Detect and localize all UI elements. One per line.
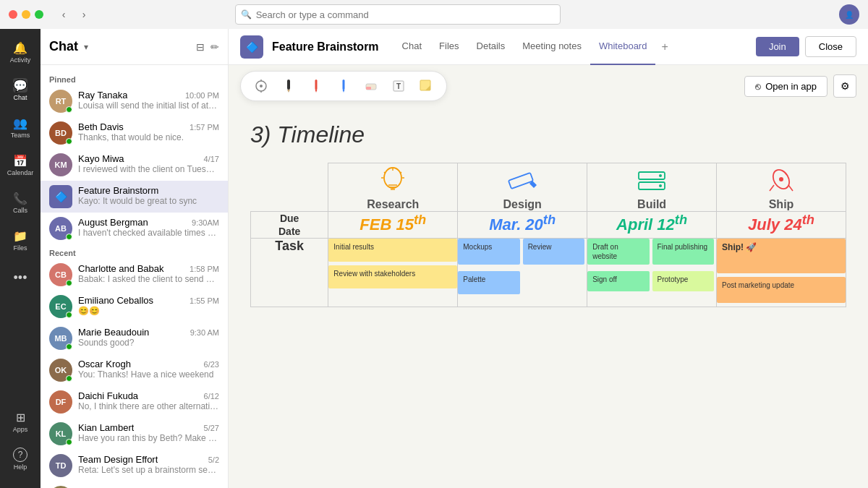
more-icon: ••• [13, 270, 27, 285]
list-item[interactable]: OK Oscar Krogh 6/23 You: Thanks! Have a … [41, 354, 228, 386]
close-button[interactable]: Close [805, 36, 856, 57]
close-window-button[interactable] [9, 10, 17, 19]
list-item[interactable]: EC Emiliano Ceballos 1:55 PM 😊😊 [41, 291, 228, 322]
contact-name: Beth Davis [78, 121, 124, 132]
sidebar-label-help: Help [14, 463, 27, 471]
list-item[interactable]: RT Ray Tanaka 10:00 PM Louisa will send … [41, 85, 228, 117]
list-item[interactable]: MB Marie Beaudouin 9:30 AM Sounds good? [41, 322, 228, 354]
sidebar-item-help[interactable]: ? Help [6, 442, 35, 476]
svg-marker-7 [315, 90, 318, 93]
user-avatar[interactable]: 👤 [839, 4, 859, 25]
list-item[interactable]: RV Reviewers 4/29 Darren: Thats fine wit… [41, 481, 228, 488]
new-chat-icon[interactable]: ✏ [210, 41, 219, 53]
contact-name: Charlotte and Babak [78, 263, 164, 274]
sidebar-item-teams[interactable]: 👥 Teams [6, 110, 35, 145]
open-in-app-label: Open in app [765, 81, 817, 92]
message-preview: Have you ran this by Beth? Make sure she… [78, 433, 219, 443]
sidebar-label-apps: Apps [13, 426, 28, 433]
channel-tabs: Chat Files Details Meeting notes Whitebo… [393, 29, 674, 65]
design-due-date: Mar. 20th [458, 212, 587, 239]
channel-icon: 🔷 [240, 35, 263, 59]
search-input[interactable] [235, 4, 561, 25]
pen-red-tool[interactable] [306, 76, 326, 96]
chat-item-content: Marie Beaudouin 9:30 AM Sounds good? [78, 327, 219, 348]
sidebar-bottom: ⊞ Apps ? Help [6, 404, 35, 482]
whiteboard-settings-button[interactable]: ⚙ [833, 74, 856, 98]
contact-name: Emiliano Ceballos [78, 295, 153, 306]
tab-meeting-notes[interactable]: Meeting notes [514, 29, 590, 65]
message-preview: Louisa will send the initial list of att… [78, 100, 219, 111]
list-item[interactable]: DF Daichi Fukuda 6/12 No, I think there … [41, 386, 228, 418]
chat-item-content: Emiliano Ceballos 1:55 PM 😊😊 [78, 295, 219, 316]
online-status-dot [66, 138, 72, 145]
eraser-tool[interactable] [361, 76, 381, 96]
list-item-feature-brainstorm[interactable]: 🔷 Feature Brainstorm Kayo: It would be g… [41, 181, 228, 213]
pinned-section-label: Pinned [41, 71, 228, 85]
contact-name: Ray Tanaka [78, 90, 127, 100]
online-status-dot [66, 343, 72, 350]
avatar: KL [49, 422, 72, 445]
whiteboard-area: T ⎋ Open in app ⚙ [229, 65, 868, 488]
svg-line-33 [788, 185, 793, 191]
list-item[interactable]: KL Kian Lambert 5/27 Have you ran this b… [41, 418, 228, 450]
app-body: 🔔 Activity 💬 Chat 👥 Teams 📅 Calendar 📞 C… [0, 29, 868, 488]
list-item[interactable]: TD Team Design Effort 5/2 Reta: Let's se… [41, 450, 228, 481]
sidebar-item-apps[interactable]: ⊞ Apps [6, 404, 35, 439]
join-button[interactable]: Join [756, 37, 799, 56]
message-preview: I reviewed with the client on Tuesda... [78, 164, 219, 174]
whiteboard-canvas[interactable]: 3) Timeline [229, 107, 868, 488]
design-tasks-cell: Mockups Review Palette [458, 239, 587, 307]
sidebar-item-activity[interactable]: 🔔 Activity [6, 35, 35, 69]
chat-item-content: Kayo Miwa 4/17 I reviewed with the clien… [78, 153, 219, 174]
phase-build-header: Build [587, 163, 717, 212]
list-item[interactable]: BD Beth Davis 1:57 PM Thanks, that would… [41, 117, 228, 149]
sidebar-item-calls[interactable]: 📞 Calls [6, 185, 35, 220]
svg-text:T: T [396, 82, 401, 90]
sidebar-item-files[interactable]: 📁 Files [6, 223, 35, 257]
list-item[interactable]: KM Kayo Miwa 4/17 I reviewed with the cl… [41, 149, 228, 181]
chat-header: Chat ▾ ⊟ ✏ [41, 29, 228, 65]
help-icon: ? [13, 448, 27, 462]
sticky-note-tool[interactable] [416, 76, 436, 96]
pen-blue-tool[interactable] [333, 76, 354, 96]
sidebar-item-calendar[interactable]: 📅 Calendar [6, 147, 35, 182]
chat-title-dropdown-icon[interactable]: ▾ [84, 42, 88, 52]
list-item[interactable]: CB Charlotte and Babak 1:58 PM Babak: I … [41, 259, 228, 291]
chat-header-icons: ⊟ ✏ [196, 41, 219, 53]
tab-files[interactable]: Files [430, 29, 467, 65]
message-preview: You: Thanks! Have a nice weekend [78, 369, 219, 380]
filter-icon[interactable]: ⊟ [196, 41, 205, 53]
maximize-window-button[interactable] [35, 10, 43, 19]
svg-point-29 [659, 174, 662, 177]
group-chat-icon: 🔷 [49, 185, 72, 208]
ship-tasks-cell: Ship! 🚀 Post marketing update [717, 239, 846, 307]
build-due-date: April 12th [587, 212, 717, 239]
tab-whiteboard[interactable]: Whiteboard [590, 29, 655, 65]
chat-list: Pinned RT Ray Tanaka 10:00 PM Louisa wil… [41, 65, 228, 488]
avatar: MB [49, 327, 72, 350]
sticky-note: Review with stakeholders [328, 265, 457, 288]
back-button[interactable]: ‹ [55, 6, 72, 23]
contact-name: Marie Beaudouin [78, 327, 149, 338]
svg-point-34 [779, 177, 783, 181]
sidebar-item-chat[interactable]: 💬 Chat [6, 72, 35, 107]
list-item[interactable]: AB August Bergman 9:30AM I haven't check… [41, 213, 228, 244]
timeline-table: Research Design [250, 163, 846, 307]
open-in-app-button[interactable]: ⎋ Open in app [744, 76, 827, 97]
chat-icon: 💬 [13, 78, 27, 93]
add-tab-button[interactable]: + [655, 29, 673, 65]
contact-name: Team Design Effort [78, 454, 158, 465]
design-label: Design [458, 198, 587, 211]
tab-chat[interactable]: Chat [393, 29, 430, 65]
message-time: 9:30AM [192, 218, 219, 227]
text-tool[interactable]: T [388, 76, 409, 96]
pencil-black-tool[interactable] [278, 76, 299, 96]
forward-button[interactable]: › [75, 6, 93, 23]
select-tool[interactable] [251, 76, 271, 96]
rocket-icon [765, 166, 797, 195]
tab-details[interactable]: Details [468, 29, 514, 65]
sidebar-item-more[interactable]: ••• [6, 260, 35, 295]
minimize-window-button[interactable] [22, 10, 30, 19]
phase-design-header: Design [458, 163, 587, 212]
sticky-note: Initial results [328, 239, 457, 262]
